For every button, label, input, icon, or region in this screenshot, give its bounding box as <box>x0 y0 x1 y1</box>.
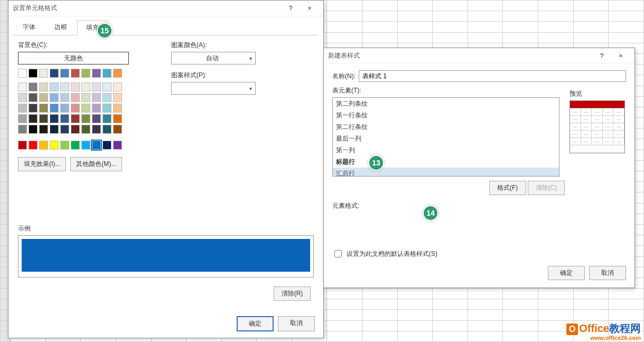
color-swatch[interactable] <box>60 125 69 134</box>
color-swatch[interactable] <box>29 82 38 91</box>
color-swatch[interactable] <box>18 114 27 123</box>
color-swatch[interactable] <box>29 69 38 78</box>
color-swatch[interactable] <box>18 82 27 91</box>
color-swatch[interactable] <box>18 69 27 78</box>
color-swatch[interactable] <box>92 125 101 134</box>
default-style-checkbox[interactable]: 设置为此文档的默认表格样式(S) <box>332 248 437 259</box>
pattern-color-select[interactable]: 自动 ▾ <box>171 52 256 64</box>
close-button[interactable]: × <box>300 2 319 15</box>
color-swatch[interactable] <box>18 93 27 102</box>
color-swatch[interactable] <box>71 125 80 134</box>
color-swatch[interactable] <box>81 69 90 78</box>
color-swatch[interactable] <box>50 104 59 113</box>
color-swatch[interactable] <box>81 93 90 102</box>
color-swatch[interactable] <box>39 93 48 102</box>
sample-box <box>18 235 314 278</box>
cancel-button[interactable]: 取消 <box>589 266 626 280</box>
color-swatch[interactable] <box>81 125 90 134</box>
color-swatch[interactable] <box>39 141 48 150</box>
color-swatch[interactable] <box>113 125 122 134</box>
list-item[interactable]: 汇总行 <box>333 168 559 177</box>
color-swatch[interactable] <box>18 141 27 150</box>
color-swatch[interactable] <box>39 125 48 134</box>
color-swatch[interactable] <box>29 93 38 102</box>
color-swatch[interactable] <box>71 69 80 78</box>
clear-button[interactable]: 清除(R) <box>274 286 311 301</box>
color-swatch[interactable] <box>60 104 69 113</box>
color-swatch[interactable] <box>71 82 80 91</box>
color-swatch[interactable] <box>113 93 122 102</box>
color-swatch[interactable] <box>60 82 69 91</box>
color-swatch[interactable] <box>81 104 90 113</box>
help-button[interactable]: ? <box>592 50 611 62</box>
name-input[interactable] <box>359 70 626 82</box>
color-swatch[interactable] <box>113 141 122 150</box>
color-swatch[interactable] <box>71 114 80 123</box>
color-swatch[interactable] <box>29 125 38 134</box>
color-swatch[interactable] <box>39 69 48 78</box>
color-swatch[interactable] <box>81 82 90 91</box>
color-swatch[interactable] <box>50 82 59 91</box>
color-swatch[interactable] <box>71 141 80 150</box>
list-item[interactable]: 第一行条纹 <box>333 109 559 121</box>
clear-element-button[interactable]: 清除(C) <box>528 181 565 195</box>
tab-border[interactable]: 边框 <box>45 20 76 35</box>
format-button[interactable]: 格式(F) <box>489 181 526 195</box>
color-swatch[interactable] <box>50 69 59 78</box>
pattern-style-select[interactable]: ▾ <box>171 82 256 95</box>
list-item[interactable]: 第一列 <box>333 144 559 156</box>
color-swatch[interactable] <box>60 93 69 102</box>
color-swatch[interactable] <box>81 141 90 150</box>
color-swatch[interactable] <box>92 104 101 113</box>
color-swatch[interactable] <box>50 125 59 134</box>
tab-font[interactable]: 字体 <box>14 20 44 35</box>
color-swatch[interactable] <box>18 104 27 113</box>
color-swatch[interactable] <box>102 104 111 113</box>
color-swatch[interactable] <box>39 82 48 91</box>
elements-listbox[interactable]: 第二列条纹第一行条纹第二行条纹最后一列第一列标题行汇总行第一个标题单元格最后一个… <box>332 97 559 177</box>
color-swatch[interactable] <box>50 93 59 102</box>
color-swatch[interactable] <box>60 141 69 150</box>
color-swatch[interactable] <box>39 104 48 113</box>
color-swatch[interactable] <box>29 104 38 113</box>
color-swatch[interactable] <box>50 114 59 123</box>
help-button[interactable]: ? <box>281 2 300 15</box>
list-item[interactable]: 第二列条纹 <box>333 98 559 109</box>
color-swatch[interactable] <box>102 114 111 123</box>
color-swatch[interactable] <box>60 69 69 78</box>
cancel-button[interactable]: 取消 <box>278 316 315 331</box>
color-swatch[interactable] <box>102 93 111 102</box>
ok-button[interactable]: 确定 <box>237 316 274 331</box>
default-style-checkbox-input[interactable] <box>334 250 342 257</box>
color-swatch[interactable] <box>102 69 111 78</box>
color-swatch[interactable] <box>113 114 122 123</box>
fill-effects-button[interactable]: 填充效果(I)... <box>18 157 66 171</box>
no-color-button[interactable]: 无颜色 <box>18 52 129 64</box>
color-swatch[interactable] <box>92 141 101 150</box>
color-swatch[interactable] <box>113 82 122 91</box>
color-swatch[interactable] <box>81 114 90 123</box>
color-swatch[interactable] <box>102 82 111 91</box>
list-item[interactable]: 标题行 <box>333 156 559 168</box>
color-swatch[interactable] <box>39 114 48 123</box>
color-swatch[interactable] <box>113 69 122 78</box>
color-swatch[interactable] <box>71 93 80 102</box>
color-swatch[interactable] <box>92 82 101 91</box>
ok-button[interactable]: 确定 <box>548 266 585 280</box>
color-swatch[interactable] <box>102 125 111 134</box>
more-colors-button[interactable]: 其他颜色(M)... <box>70 157 122 171</box>
color-swatch[interactable] <box>71 104 80 113</box>
color-swatch[interactable] <box>29 141 38 150</box>
color-swatch[interactable] <box>113 104 122 113</box>
color-swatch[interactable] <box>92 114 101 123</box>
color-swatch[interactable] <box>29 114 38 123</box>
list-item[interactable]: 最后一列 <box>333 133 559 144</box>
color-swatch[interactable] <box>92 93 101 102</box>
close-button[interactable]: × <box>611 50 630 62</box>
color-swatch[interactable] <box>60 114 69 123</box>
color-swatch[interactable] <box>92 69 101 78</box>
color-swatch[interactable] <box>102 141 111 150</box>
list-item[interactable]: 第二行条纹 <box>333 121 559 133</box>
color-swatch[interactable] <box>18 125 27 134</box>
color-swatch[interactable] <box>50 141 59 150</box>
